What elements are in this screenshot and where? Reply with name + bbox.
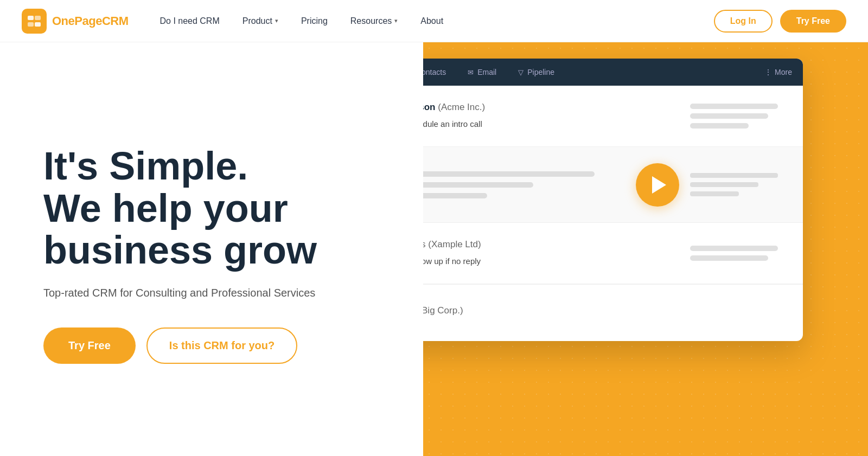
crm-tab-pipeline[interactable]: ▽ Pipeline bbox=[508, 59, 564, 86]
crm-tab-more[interactable]: ⋮ More bbox=[764, 68, 792, 76]
filler-line bbox=[690, 246, 778, 251]
is-this-crm-button[interactable]: Is this CRM for you? bbox=[146, 327, 297, 364]
contact-info-sarah: Sarah Silverson (Acme Inc.) ASAP Schedul… bbox=[423, 102, 680, 130]
filler-line bbox=[690, 113, 768, 119]
middle-right-filler bbox=[690, 173, 788, 196]
middle-filler-lines bbox=[423, 171, 625, 198]
logo-icon bbox=[22, 9, 47, 34]
filler-line bbox=[690, 182, 758, 187]
action-text-randal: Follow up if no reply bbox=[423, 256, 481, 266]
hero-right-bg: ▣ Action Stream ◯ Contacts ✉ Email ▽ Pip… bbox=[423, 42, 868, 456]
nav-item-product[interactable]: Product ▾ bbox=[233, 12, 288, 30]
nav-links: Do I need CRM Product ▾ Pricing Resource… bbox=[150, 12, 713, 30]
contact-name-sarah: Sarah Silverson (Acme Inc.) bbox=[423, 102, 680, 113]
pipeline-icon: ▽ bbox=[518, 68, 524, 76]
filler-line bbox=[690, 191, 739, 196]
contact-card-randal[interactable]: Randal Bloggs (Xample Ltd) TODAY Follow … bbox=[423, 223, 803, 284]
filler-line bbox=[423, 193, 487, 198]
navbar: OnePageCRM Do I need CRM Product ▾ Prici… bbox=[0, 0, 868, 42]
nav-item-do-i-need-crm[interactable]: Do I need CRM bbox=[150, 12, 229, 30]
play-triangle-icon bbox=[652, 176, 666, 194]
contact-action-sarah: ASAP Schedule an intro call bbox=[423, 117, 680, 130]
crm-middle-section bbox=[423, 147, 803, 223]
crm-tab-email[interactable]: ✉ Email bbox=[458, 59, 506, 86]
svg-rect-0 bbox=[28, 16, 34, 20]
crm-nav: ▣ Action Stream ◯ Contacts ✉ Email ▽ Pip… bbox=[423, 59, 803, 86]
try-free-nav-button[interactable]: Try Free bbox=[780, 10, 846, 33]
filler-line bbox=[690, 104, 778, 109]
nav-actions: Log In Try Free bbox=[714, 10, 846, 33]
resources-chevron-icon: ▾ bbox=[394, 17, 398, 24]
crm-mockup: ▣ Action Stream ◯ Contacts ✉ Email ▽ Pip… bbox=[423, 59, 803, 341]
more-dots-icon: ⋮ bbox=[764, 68, 772, 76]
contact-info-john: John Mason (Big Corp.) bbox=[423, 305, 788, 320]
login-button[interactable]: Log In bbox=[714, 10, 773, 33]
action-text-sarah: Schedule an intro call bbox=[423, 119, 482, 129]
contact-card-john[interactable]: John Mason (Big Corp.) bbox=[423, 284, 803, 341]
contact-card-sarah[interactable]: Sarah Silverson (Acme Inc.) ASAP Schedul… bbox=[423, 86, 803, 147]
nav-item-resources[interactable]: Resources ▾ bbox=[341, 12, 407, 30]
contact-company-john: (Big Corp.) bbox=[423, 305, 463, 316]
try-free-hero-button[interactable]: Try Free bbox=[43, 327, 136, 364]
product-chevron-icon: ▾ bbox=[275, 17, 278, 24]
filler-line bbox=[690, 123, 749, 129]
svg-rect-2 bbox=[28, 22, 34, 27]
nav-item-about[interactable]: About bbox=[411, 12, 453, 30]
filler-line bbox=[690, 255, 768, 261]
contact-info-randal: Randal Bloggs (Xample Ltd) TODAY Follow … bbox=[423, 239, 680, 267]
brand-name: OnePageCRM bbox=[52, 14, 128, 28]
play-button[interactable] bbox=[636, 163, 679, 207]
hero-left: It's Simple. We help your business grow … bbox=[0, 42, 423, 456]
contact-action-randal: TODAY Follow up if no reply bbox=[423, 254, 680, 267]
contact-name-john: John Mason (Big Corp.) bbox=[423, 305, 788, 316]
filler-line bbox=[423, 182, 533, 188]
contact-company-randal: (Xample Ltd) bbox=[428, 239, 481, 249]
card-filler-sarah bbox=[690, 104, 788, 129]
svg-rect-3 bbox=[35, 22, 41, 27]
crm-tab-contacts[interactable]: ◯ Contacts bbox=[423, 59, 456, 86]
hero-section: It's Simple. We help your business grow … bbox=[0, 42, 868, 456]
filler-line bbox=[423, 171, 595, 177]
hero-subtext: Top-rated CRM for Consulting and Profess… bbox=[43, 287, 391, 299]
hero-heading: It's Simple. We help your business grow bbox=[43, 145, 391, 272]
svg-rect-1 bbox=[35, 16, 41, 20]
hero-buttons: Try Free Is this CRM for you? bbox=[43, 327, 391, 364]
card-filler-randal bbox=[690, 246, 788, 261]
email-icon: ✉ bbox=[468, 68, 474, 76]
filler-line bbox=[690, 173, 778, 178]
contact-name-randal: Randal Bloggs (Xample Ltd) bbox=[423, 239, 680, 250]
logo[interactable]: OnePageCRM bbox=[22, 9, 128, 34]
nav-item-pricing[interactable]: Pricing bbox=[291, 12, 337, 30]
